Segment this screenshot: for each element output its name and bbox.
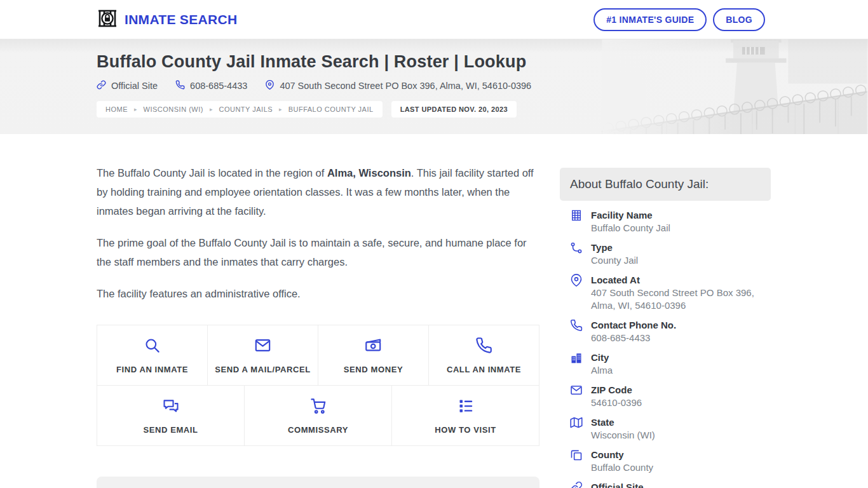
- search-icon: [144, 337, 161, 356]
- official-site-label: Official Site: [111, 81, 158, 91]
- phone-link[interactable]: 608-685-4433: [175, 80, 247, 92]
- page-content: The Buffalo County Jail is located in th…: [0, 134, 868, 488]
- page-title: Buffalo County Jail Inmate Search | Rost…: [97, 52, 868, 72]
- breadcrumb-state[interactable]: WISCONSIN (WI): [144, 105, 203, 113]
- envelope-icon: [570, 383, 583, 409]
- action-cards-grid: FIND AN INMATE SEND A MAIL/PARCEL SEND M…: [97, 325, 539, 446]
- send-money-card[interactable]: SEND MONEY: [318, 325, 429, 386]
- facility-name-row: Facility NameBuffalo County Jail: [570, 208, 771, 234]
- info-value: Buffalo County Jail: [591, 222, 670, 234]
- card-label: CALL AN INMATE: [447, 365, 521, 374]
- info-label: Facility Name: [591, 208, 670, 222]
- cart-icon: [309, 397, 327, 417]
- hero-banner: Buffalo County Jail Inmate Search | Rost…: [0, 39, 868, 134]
- info-label: City: [591, 351, 613, 364]
- paragraph-3: The facility features an administrative …: [97, 284, 539, 303]
- map-icon: [570, 416, 583, 442]
- inmates-guide-button[interactable]: #1 INMATE'S GUIDE: [593, 8, 707, 31]
- call-an-inmate-card[interactable]: CALL AN INMATE: [429, 325, 539, 386]
- info-value: Wisconsin (WI): [591, 429, 655, 442]
- find-an-inmate-card[interactable]: FIND AN INMATE: [97, 325, 208, 386]
- card-label: SEND EMAIL: [143, 425, 198, 435]
- link-icon: [570, 480, 583, 488]
- link-icon: [97, 80, 106, 92]
- phone-number: 608-685-4433: [190, 81, 247, 91]
- blog-button[interactable]: BLOG: [713, 8, 765, 31]
- jail-bars-lock-icon: [97, 8, 118, 32]
- info-label: Type: [591, 241, 638, 254]
- info-value: County Jail: [591, 254, 638, 267]
- facility-info-list: Facility NameBuffalo County Jail TypeCou…: [560, 201, 771, 488]
- site-title: INMATE SEARCH: [125, 12, 237, 27]
- last-updated-badge: LAST UPDATED NOV. 20, 2023: [391, 101, 517, 118]
- type-row: TypeCounty Jail: [570, 241, 771, 267]
- official-site-row: Official Site: [570, 480, 771, 488]
- top-navigation-bar: INMATE SEARCH #1 INMATE'S GUIDE BLOG: [0, 0, 868, 39]
- official-site-link[interactable]: Official Site: [97, 80, 158, 92]
- header-buttons: #1 INMATE'S GUIDE BLOG: [593, 8, 765, 31]
- info-label: Contact Phone No.: [591, 318, 676, 332]
- breadcrumb-arrow-icon: ▸: [210, 106, 213, 112]
- state-row: StateWisconsin (WI): [570, 416, 771, 442]
- zip-code-row: ZIP Code54610-0396: [570, 383, 771, 409]
- card-label: COMMISSARY: [288, 425, 348, 435]
- card-label: SEND A MAIL/PARCEL: [215, 365, 310, 374]
- paragraph-2: The prime goal of the Buffalo County Jai…: [97, 233, 539, 271]
- checklist-icon: [457, 397, 474, 417]
- info-label: State: [591, 416, 655, 429]
- located-at-row: Located At407 South Second Street PO Box…: [570, 273, 771, 312]
- city-icon: [570, 351, 583, 377]
- phone-icon: [175, 80, 185, 92]
- phone-icon: [475, 337, 492, 356]
- building-icon: [570, 208, 583, 234]
- county-icon: [570, 448, 583, 474]
- card-label: SEND MONEY: [344, 365, 403, 374]
- street-address: 407 South Second Street PO Box 396, Alma…: [280, 81, 531, 91]
- paragraph-1: The Buffalo County Jail is located in th…: [97, 163, 539, 220]
- card-label: HOW TO VISIT: [435, 425, 496, 435]
- chat-icon: [162, 396, 180, 417]
- info-label: ZIP Code: [591, 383, 642, 396]
- mail-icon: [254, 337, 271, 356]
- info-label: Located At: [591, 273, 771, 287]
- city-row: CityAlma: [570, 351, 771, 377]
- info-value: Buffalo County: [591, 461, 653, 474]
- route-icon: [570, 241, 583, 267]
- how-to-visit-card[interactable]: HOW TO VISIT: [392, 386, 539, 446]
- address-item: 407 South Second Street PO Box 396, Alma…: [265, 80, 531, 92]
- phone-icon: [570, 318, 583, 344]
- map-pin-icon: [265, 80, 275, 92]
- facility-description: The Buffalo County Jail is located in th…: [97, 134, 539, 303]
- breadcrumb-row: HOME ▸ WISCONSIN (WI) ▸ COUNTY JAILS ▸ B…: [97, 101, 868, 118]
- contact-phone-row: Contact Phone No.608-685-4433: [570, 318, 771, 344]
- card-label: FIND AN INMATE: [116, 365, 188, 374]
- breadcrumb-arrow-icon: ▸: [279, 106, 282, 112]
- info-label: Official Site: [591, 480, 644, 488]
- facility-meta-row: Official Site 608-685-4433 407 South Sec…: [97, 80, 868, 92]
- info-value: Alma: [591, 364, 613, 377]
- info-value: 407 South Second Street PO Box 396, Alma…: [591, 287, 771, 312]
- commissary-card[interactable]: COMMISSARY: [245, 386, 392, 446]
- map-pin-icon: [570, 273, 583, 312]
- county-row: CountyBuffalo County: [570, 448, 771, 474]
- breadcrumb-county-jails[interactable]: COUNTY JAILS: [219, 105, 273, 113]
- location-bold-text: Alma, Wisconsin: [327, 167, 411, 179]
- money-icon: [365, 337, 382, 356]
- breadcrumb-home[interactable]: HOME: [105, 105, 128, 113]
- breadcrumb: HOME ▸ WISCONSIN (WI) ▸ COUNTY JAILS ▸ B…: [97, 101, 383, 118]
- next-section-header: [97, 477, 539, 488]
- send-email-card[interactable]: SEND EMAIL: [97, 386, 245, 446]
- sidebar: About Buffalo County Jail: Facility Name…: [560, 134, 771, 488]
- info-label: County: [591, 448, 653, 461]
- send-mail-parcel-card[interactable]: SEND A MAIL/PARCEL: [208, 325, 318, 386]
- breadcrumb-current-page: BUFFALO COUNTY JAIL: [288, 105, 374, 113]
- info-value: 608-685-4433: [591, 332, 676, 344]
- sidebar-title: About Buffalo County Jail:: [560, 168, 771, 201]
- breadcrumb-arrow-icon: ▸: [134, 106, 137, 112]
- main-column: The Buffalo County Jail is located in th…: [97, 134, 539, 488]
- site-logo[interactable]: INMATE SEARCH: [97, 8, 237, 32]
- info-value: 54610-0396: [591, 396, 642, 409]
